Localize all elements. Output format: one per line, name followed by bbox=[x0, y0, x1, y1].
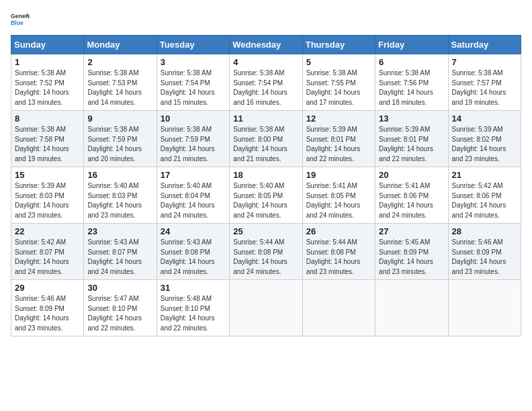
header-saturday: Saturday bbox=[448, 36, 521, 54]
header-monday: Monday bbox=[84, 36, 157, 54]
day-number: 4 bbox=[233, 57, 298, 67]
header-thursday: Thursday bbox=[302, 36, 375, 54]
calendar-cell bbox=[448, 280, 521, 336]
calendar-cell: 3Sunrise: 5:38 AM Sunset: 7:54 PM Daylig… bbox=[157, 54, 229, 111]
day-info: Sunrise: 5:38 AM Sunset: 7:59 PM Dayligh… bbox=[161, 125, 226, 164]
day-number: 19 bbox=[306, 170, 371, 180]
calendar-cell: 6Sunrise: 5:38 AM Sunset: 7:56 PM Daylig… bbox=[375, 54, 448, 111]
day-number: 11 bbox=[233, 113, 298, 124]
calendar-cell: 21Sunrise: 5:42 AM Sunset: 8:06 PM Dayli… bbox=[448, 167, 521, 224]
calendar-cell: 10Sunrise: 5:38 AM Sunset: 7:59 PM Dayli… bbox=[157, 111, 229, 167]
day-info: Sunrise: 5:46 AM Sunset: 8:09 PM Dayligh… bbox=[15, 294, 80, 333]
calendar-cell bbox=[302, 280, 375, 336]
day-info: Sunrise: 5:40 AM Sunset: 8:05 PM Dayligh… bbox=[233, 181, 298, 220]
day-info: Sunrise: 5:38 AM Sunset: 7:57 PM Dayligh… bbox=[452, 68, 517, 107]
day-info: Sunrise: 5:39 AM Sunset: 8:02 PM Dayligh… bbox=[452, 125, 517, 164]
day-number: 18 bbox=[233, 170, 298, 180]
day-number: 13 bbox=[379, 113, 444, 124]
calendar-cell: 8Sunrise: 5:38 AM Sunset: 7:58 PM Daylig… bbox=[11, 111, 84, 167]
day-info: Sunrise: 5:38 AM Sunset: 7:59 PM Dayligh… bbox=[87, 125, 152, 164]
calendar-cell: 14Sunrise: 5:39 AM Sunset: 8:02 PM Dayli… bbox=[448, 111, 521, 167]
day-info: Sunrise: 5:38 AM Sunset: 7:55 PM Dayligh… bbox=[306, 68, 371, 107]
day-info: Sunrise: 5:43 AM Sunset: 8:08 PM Dayligh… bbox=[161, 238, 226, 277]
calendar-cell: 22Sunrise: 5:42 AM Sunset: 8:07 PM Dayli… bbox=[11, 224, 84, 280]
calendar-week-5: 29Sunrise: 5:46 AM Sunset: 8:09 PM Dayli… bbox=[11, 280, 521, 336]
calendar-cell: 28Sunrise: 5:46 AM Sunset: 8:09 PM Dayli… bbox=[448, 224, 521, 280]
calendar-cell: 12Sunrise: 5:39 AM Sunset: 8:01 PM Dayli… bbox=[302, 111, 375, 167]
calendar-cell: 23Sunrise: 5:43 AM Sunset: 8:07 PM Dayli… bbox=[84, 224, 157, 280]
day-info: Sunrise: 5:38 AM Sunset: 7:54 PM Dayligh… bbox=[161, 68, 226, 107]
calendar-cell: 20Sunrise: 5:41 AM Sunset: 8:06 PM Dayli… bbox=[375, 167, 448, 224]
calendar-cell: 19Sunrise: 5:41 AM Sunset: 8:05 PM Dayli… bbox=[302, 167, 375, 224]
day-info: Sunrise: 5:40 AM Sunset: 8:04 PM Dayligh… bbox=[161, 181, 226, 220]
header-tuesday: Tuesday bbox=[157, 36, 229, 54]
day-info: Sunrise: 5:38 AM Sunset: 7:58 PM Dayligh… bbox=[15, 125, 80, 164]
day-info: Sunrise: 5:42 AM Sunset: 8:06 PM Dayligh… bbox=[452, 181, 517, 220]
calendar-cell: 7Sunrise: 5:38 AM Sunset: 7:57 PM Daylig… bbox=[448, 54, 521, 111]
day-number: 24 bbox=[161, 226, 226, 236]
day-info: Sunrise: 5:43 AM Sunset: 8:07 PM Dayligh… bbox=[87, 238, 152, 277]
day-number: 22 bbox=[15, 226, 80, 236]
calendar-cell: 13Sunrise: 5:39 AM Sunset: 8:01 PM Dayli… bbox=[375, 111, 448, 167]
header-wednesday: Wednesday bbox=[230, 36, 302, 54]
day-number: 2 bbox=[87, 57, 152, 67]
calendar-cell: 31Sunrise: 5:48 AM Sunset: 8:10 PM Dayli… bbox=[157, 280, 229, 336]
day-info: Sunrise: 5:41 AM Sunset: 8:06 PM Dayligh… bbox=[379, 181, 444, 220]
day-number: 8 bbox=[15, 113, 80, 124]
calendar-cell: 5Sunrise: 5:38 AM Sunset: 7:55 PM Daylig… bbox=[302, 54, 375, 111]
day-number: 6 bbox=[379, 57, 444, 67]
calendar-week-2: 8Sunrise: 5:38 AM Sunset: 7:58 PM Daylig… bbox=[11, 111, 521, 167]
header-row: SundayMondayTuesdayWednesdayThursdayFrid… bbox=[11, 36, 521, 54]
header-sunday: Sunday bbox=[11, 36, 84, 54]
day-number: 21 bbox=[452, 170, 517, 180]
day-number: 5 bbox=[306, 57, 371, 67]
day-info: Sunrise: 5:41 AM Sunset: 8:05 PM Dayligh… bbox=[306, 181, 371, 220]
svg-text:Blue: Blue bbox=[11, 19, 24, 26]
calendar-cell: 2Sunrise: 5:38 AM Sunset: 7:53 PM Daylig… bbox=[84, 54, 157, 111]
calendar-cell: 16Sunrise: 5:40 AM Sunset: 8:03 PM Dayli… bbox=[84, 167, 157, 224]
calendar-table: SundayMondayTuesdayWednesdayThursdayFrid… bbox=[11, 35, 521, 336]
general-blue-logo-icon: General Blue bbox=[11, 11, 30, 30]
day-info: Sunrise: 5:48 AM Sunset: 8:10 PM Dayligh… bbox=[161, 294, 226, 333]
day-number: 14 bbox=[452, 113, 517, 124]
day-number: 29 bbox=[15, 283, 80, 293]
calendar-cell bbox=[375, 280, 448, 336]
day-number: 26 bbox=[306, 226, 371, 236]
calendar-cell: 25Sunrise: 5:44 AM Sunset: 8:08 PM Dayli… bbox=[230, 224, 302, 280]
day-info: Sunrise: 5:39 AM Sunset: 8:01 PM Dayligh… bbox=[379, 125, 444, 164]
day-info: Sunrise: 5:39 AM Sunset: 8:03 PM Dayligh… bbox=[15, 181, 80, 220]
calendar-cell bbox=[230, 280, 302, 336]
day-info: Sunrise: 5:39 AM Sunset: 8:01 PM Dayligh… bbox=[306, 125, 371, 164]
calendar-cell: 9Sunrise: 5:38 AM Sunset: 7:59 PM Daylig… bbox=[84, 111, 157, 167]
day-info: Sunrise: 5:40 AM Sunset: 8:03 PM Dayligh… bbox=[87, 181, 152, 220]
header-friday: Friday bbox=[375, 36, 448, 54]
calendar-cell: 18Sunrise: 5:40 AM Sunset: 8:05 PM Dayli… bbox=[230, 167, 302, 224]
calendar-cell: 27Sunrise: 5:45 AM Sunset: 8:09 PM Dayli… bbox=[375, 224, 448, 280]
day-info: Sunrise: 5:38 AM Sunset: 7:53 PM Dayligh… bbox=[87, 68, 152, 107]
calendar-cell: 11Sunrise: 5:38 AM Sunset: 8:00 PM Dayli… bbox=[230, 111, 302, 167]
calendar-cell: 1Sunrise: 5:38 AM Sunset: 7:52 PM Daylig… bbox=[11, 54, 84, 111]
day-info: Sunrise: 5:45 AM Sunset: 8:09 PM Dayligh… bbox=[379, 238, 444, 277]
day-info: Sunrise: 5:38 AM Sunset: 8:00 PM Dayligh… bbox=[233, 125, 298, 164]
day-number: 3 bbox=[161, 57, 226, 67]
calendar-week-3: 15Sunrise: 5:39 AM Sunset: 8:03 PM Dayli… bbox=[11, 167, 521, 224]
day-number: 9 bbox=[87, 113, 152, 124]
day-number: 30 bbox=[87, 283, 152, 293]
day-number: 25 bbox=[233, 226, 298, 236]
day-number: 15 bbox=[15, 170, 80, 180]
calendar-week-1: 1Sunrise: 5:38 AM Sunset: 7:52 PM Daylig… bbox=[11, 54, 521, 111]
day-number: 12 bbox=[306, 113, 371, 124]
calendar-cell: 15Sunrise: 5:39 AM Sunset: 8:03 PM Dayli… bbox=[11, 167, 84, 224]
day-number: 20 bbox=[379, 170, 444, 180]
day-info: Sunrise: 5:38 AM Sunset: 7:56 PM Dayligh… bbox=[379, 68, 444, 107]
day-number: 17 bbox=[161, 170, 226, 180]
day-number: 7 bbox=[452, 57, 517, 67]
day-number: 28 bbox=[452, 226, 517, 236]
page-header: General Blue bbox=[11, 11, 521, 30]
day-info: Sunrise: 5:38 AM Sunset: 7:52 PM Dayligh… bbox=[15, 68, 80, 107]
logo: General Blue bbox=[11, 11, 30, 30]
calendar-cell: 17Sunrise: 5:40 AM Sunset: 8:04 PM Dayli… bbox=[157, 167, 229, 224]
day-number: 31 bbox=[161, 283, 226, 293]
day-info: Sunrise: 5:44 AM Sunset: 8:08 PM Dayligh… bbox=[233, 238, 298, 277]
calendar-cell: 30Sunrise: 5:47 AM Sunset: 8:10 PM Dayli… bbox=[84, 280, 157, 336]
